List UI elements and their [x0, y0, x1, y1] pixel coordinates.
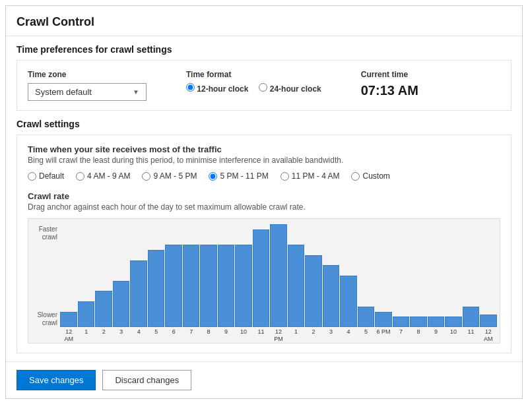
traffic-11pm4am-label: 11 PM - 4 AM — [292, 171, 340, 181]
bar-14 — [305, 255, 322, 327]
bar-11 — [253, 229, 270, 327]
crawl-settings-section: Crawl settings Time when your site recei… — [16, 119, 512, 353]
x-label-23: 11 — [462, 328, 479, 336]
time-preferences-title: Time preferences for crawl settings — [16, 44, 512, 55]
x-label-21: 9 — [427, 328, 444, 336]
traffic-9am5pm-label: 9 AM - 5 PM — [153, 171, 197, 181]
x-label-11: 11 — [252, 328, 269, 336]
x-label-19: 7 — [392, 328, 409, 336]
time-prefs-row: Time zone System default ▼ Time format 1… — [28, 70, 500, 101]
traffic-4am9am[interactable]: 4 AM - 9 AM — [76, 171, 130, 181]
bar-3 — [113, 281, 130, 327]
save-button[interactable]: Save changes — [16, 370, 96, 390]
traffic-custom[interactable]: Custom — [351, 171, 389, 181]
radio-12hour-input[interactable] — [186, 83, 195, 92]
x-label-12: 12PM — [270, 328, 287, 343]
bar-col-5[interactable] — [148, 224, 165, 327]
time-format-col: Time format 12-hour clock 24-hour clock — [186, 70, 321, 98]
bar-col-1[interactable] — [78, 224, 95, 327]
x-labels: 12AM123456789101112PM123456 PM789101112A… — [60, 327, 500, 343]
bar-col-0[interactable] — [60, 224, 77, 327]
bar-col-15[interactable] — [323, 224, 340, 327]
bar-col-8[interactable] — [200, 224, 217, 327]
bar-4 — [130, 260, 147, 327]
traffic-11pm4am-input[interactable] — [280, 172, 289, 181]
bar-col-9[interactable] — [218, 224, 235, 327]
bar-21 — [428, 316, 445, 327]
traffic-5pm11pm-input[interactable] — [209, 172, 217, 181]
discard-button[interactable]: Discard changes — [102, 370, 191, 390]
traffic-custom-input[interactable] — [351, 172, 360, 181]
timezone-col: Time zone System default ▼ — [28, 70, 147, 101]
x-label-0: 12AM — [60, 328, 77, 343]
x-label-22: 10 — [445, 328, 462, 336]
bar-col-12[interactable] — [270, 224, 287, 327]
chevron-down-icon: ▼ — [133, 88, 139, 96]
x-label-20: 8 — [410, 328, 427, 336]
bar-0 — [60, 312, 77, 327]
bar-col-10[interactable] — [235, 224, 252, 327]
x-label-18: 6 PM — [375, 328, 392, 336]
radio-12hour[interactable]: 12-hour clock — [186, 83, 248, 94]
crawl-rate-desc: Drag anchor against each hour of the day… — [28, 202, 500, 212]
bar-col-7[interactable] — [183, 224, 200, 327]
bar-col-20[interactable] — [410, 224, 427, 327]
bar-2 — [95, 291, 112, 327]
x-label-6: 6 — [165, 328, 182, 336]
bar-15 — [323, 265, 340, 327]
bar-7 — [183, 245, 200, 327]
traffic-default-input[interactable] — [28, 172, 36, 181]
traffic-5pm11pm-label: 5 PM - 11 PM — [220, 171, 268, 181]
traffic-11pm4am[interactable]: 11 PM - 4 AM — [280, 171, 340, 181]
bar-col-24[interactable] — [480, 224, 497, 327]
bar-19 — [393, 316, 410, 327]
x-label-3: 3 — [112, 328, 129, 336]
x-label-5: 5 — [147, 328, 164, 336]
bar-col-16[interactable] — [340, 224, 357, 327]
radio-24hour-input[interactable] — [259, 83, 267, 92]
traffic-9am5pm[interactable]: 9 AM - 5 PM — [142, 171, 197, 181]
bar-col-4[interactable] — [130, 224, 147, 327]
bars-area — [60, 219, 500, 327]
traffic-4am9am-label: 4 AM - 9 AM — [87, 171, 130, 181]
bar-col-14[interactable] — [305, 224, 322, 327]
radio-24hour[interactable]: 24-hour clock — [259, 83, 321, 94]
radio-24hour-label: 24-hour clock — [270, 84, 321, 94]
y-label-faster: Fastercrawl — [32, 225, 57, 241]
bar-col-23[interactable] — [463, 224, 480, 327]
bar-16 — [340, 276, 357, 327]
x-label-7: 7 — [182, 328, 199, 336]
traffic-5pm11pm[interactable]: 5 PM - 11 PM — [209, 171, 268, 181]
bar-col-21[interactable] — [428, 224, 445, 327]
bar-col-17[interactable] — [358, 224, 375, 327]
traffic-4am9am-input[interactable] — [76, 172, 84, 181]
x-label-1: 1 — [77, 328, 94, 336]
bar-col-22[interactable] — [445, 224, 462, 327]
bar-col-11[interactable] — [253, 224, 270, 327]
x-label-10: 10 — [235, 328, 252, 336]
traffic-9am5pm-input[interactable] — [142, 172, 150, 181]
bar-5 — [148, 250, 165, 327]
bar-1 — [78, 301, 95, 327]
bar-18 — [375, 312, 392, 327]
bar-col-13[interactable] — [288, 224, 305, 327]
bar-10 — [235, 245, 252, 327]
timezone-select[interactable]: System default ▼ — [28, 83, 147, 101]
bar-col-19[interactable] — [393, 224, 410, 327]
bar-col-18[interactable] — [375, 224, 392, 327]
time-format-label: Time format — [186, 70, 321, 79]
radio-12hour-label: 12-hour clock — [197, 84, 248, 94]
traffic-default[interactable]: Default — [28, 171, 64, 181]
bar-8 — [200, 245, 217, 327]
bar-13 — [288, 245, 305, 327]
x-label-14: 2 — [305, 328, 322, 336]
bar-20 — [410, 316, 427, 327]
crawl-rate-section: Crawl rate Drag anchor against each hour… — [28, 191, 500, 344]
bar-12 — [270, 224, 287, 327]
bar-col-6[interactable] — [165, 224, 182, 327]
timezone-value: System default — [35, 87, 92, 97]
bar-col-2[interactable] — [95, 224, 112, 327]
current-time-value: 07:13 AM — [361, 83, 418, 98]
bar-col-3[interactable] — [113, 224, 130, 327]
traffic-title: Time when your site receives most of the… — [28, 144, 500, 154]
